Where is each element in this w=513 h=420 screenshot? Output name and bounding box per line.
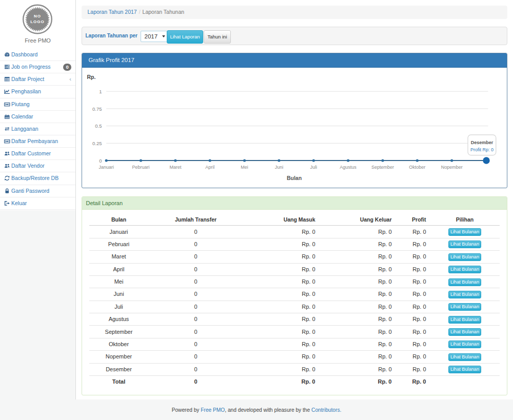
svg-text:1: 1 xyxy=(99,89,102,94)
svg-text:0.75: 0.75 xyxy=(92,106,102,112)
svg-text:Desember: Desember xyxy=(470,140,493,145)
svg-text:Nopember: Nopember xyxy=(441,165,462,170)
svg-text:0.25: 0.25 xyxy=(92,141,102,146)
svg-text:Agustus: Agustus xyxy=(340,165,357,170)
svg-text:Mei: Mei xyxy=(241,165,248,170)
svg-text:0: 0 xyxy=(99,158,102,164)
svg-text:Januari: Januari xyxy=(98,165,114,170)
svg-text:Oktober: Oktober xyxy=(409,165,425,170)
svg-text:Bulan: Bulan xyxy=(286,175,301,181)
svg-text:Juli: Juli xyxy=(310,165,317,170)
svg-text:Pebruari: Pebruari xyxy=(132,165,149,170)
svg-text:Rp.: Rp. xyxy=(87,74,95,80)
svg-text:NO: NO xyxy=(34,14,41,18)
svg-text:Profit Rp: 0: Profit Rp: 0 xyxy=(470,147,493,152)
svg-text:0.5: 0.5 xyxy=(95,123,102,129)
svg-text:September: September xyxy=(371,165,393,170)
svg-text:Maret: Maret xyxy=(169,165,182,170)
svg-text:LOGO: LOGO xyxy=(30,19,45,24)
svg-text:April: April xyxy=(205,165,214,170)
svg-text:Juni: Juni xyxy=(274,165,283,170)
